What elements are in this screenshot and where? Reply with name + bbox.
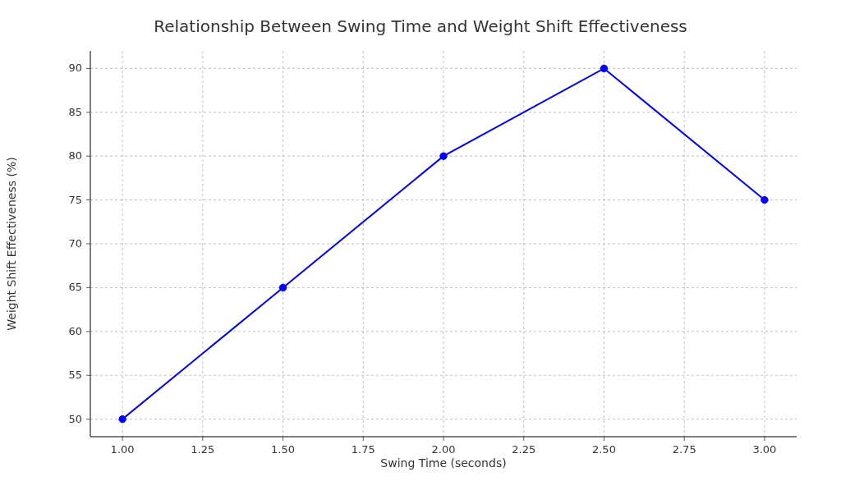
figure: Relationship Between Swing Time and Weig… [0,0,841,504]
x-tick-label: 1.25 [191,443,214,456]
x-axis-label: Swing Time (seconds) [90,456,797,470]
chart-title: Relationship Between Swing Time and Weig… [0,16,841,36]
x-tick-label: 3.00 [752,443,776,456]
x-tick-label: 2.75 [673,443,696,456]
y-axis-label: Weight Shift Effectiveness (%) [5,51,391,437]
x-tick-label: 1.50 [271,443,295,456]
x-tick-label: 1.75 [352,443,375,456]
data-point [600,65,607,71]
x-tick-label: 1.00 [111,443,135,456]
x-tick-label: 2.25 [512,443,535,456]
x-tick-label: 2.50 [592,443,616,456]
data-point [761,196,768,203]
data-point [440,153,447,159]
x-tick-label: 2.00 [432,443,456,456]
